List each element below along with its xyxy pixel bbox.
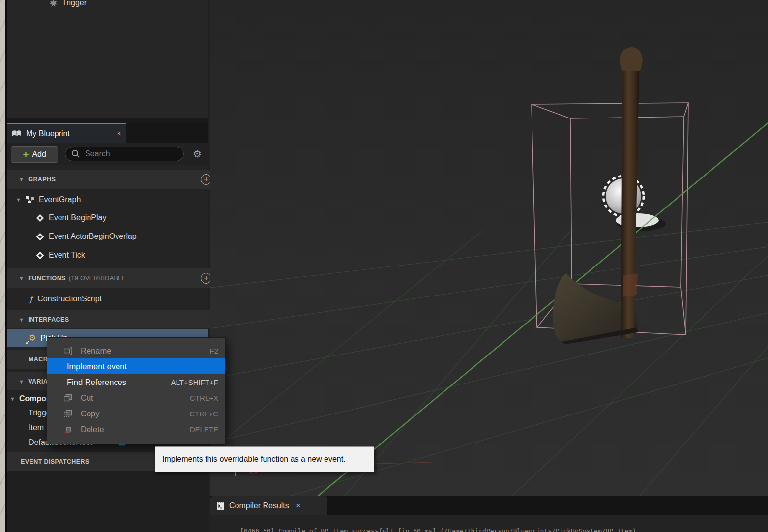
constructionscript-label: ConstructionScript xyxy=(37,295,102,303)
section-interfaces[interactable]: ▼ INTERFACES xyxy=(7,310,220,328)
chevron-down-icon: ▼ xyxy=(19,379,24,384)
components-tree-panel: Trigger xyxy=(7,0,208,118)
search-box[interactable] xyxy=(65,147,184,161)
my-blueprint-toolbar: + Add ⚙ xyxy=(7,143,208,165)
menu-item-label: Rename xyxy=(81,346,111,355)
event-label: Event Tick xyxy=(49,251,85,260)
menu-item-label: Delete xyxy=(81,425,104,434)
interface-gear-icon: ⚙ ↙ xyxy=(29,333,36,343)
cut-icon xyxy=(64,394,81,402)
add-button[interactable]: + Add xyxy=(11,146,58,163)
menu-item-delete[interactable]: Delete DELETE xyxy=(47,421,225,437)
event-graph-icon xyxy=(25,196,35,204)
tree-item-event-actorbeginoverlap[interactable]: Event ActorBeginOverlap xyxy=(36,229,137,244)
book-icon xyxy=(12,130,22,137)
add-button-label: Add xyxy=(32,150,46,159)
compiler-results-tabstrip: Compiler Results × xyxy=(210,496,768,515)
section-event-dispatchers-label: EVENT DISPATCHERS xyxy=(21,458,89,465)
chevron-down-icon: ▼ xyxy=(19,317,24,323)
event-label: Event BeginPlay xyxy=(49,213,106,222)
menu-item-shortcut: ALT+SHIFT+F xyxy=(171,378,218,386)
function-icon: ƒ xyxy=(30,294,32,304)
chevron-down-icon: ▼ xyxy=(16,197,21,203)
section-functions-label: FUNCTIONS xyxy=(28,275,66,282)
add-graph-button[interactable]: + xyxy=(201,174,211,185)
section-graphs[interactable]: ▼ GRAPHS + xyxy=(7,170,220,189)
chevron-down-icon: ▼ xyxy=(10,396,15,402)
panel-empty-area xyxy=(7,471,208,532)
eventgraph-label: EventGraph xyxy=(39,195,81,204)
tab-title: Compiler Results xyxy=(229,502,289,510)
menu-item-label: Cut xyxy=(81,393,93,403)
viewport-3d[interactable] xyxy=(210,0,768,497)
tab-close-icon[interactable]: × xyxy=(296,501,301,511)
section-interfaces-label: INTERFACES xyxy=(28,316,69,323)
component-item-trigger[interactable]: Trigger xyxy=(49,0,87,9)
menu-item-shortcut: CTRL+C xyxy=(189,410,218,418)
event-node-icon xyxy=(36,214,44,222)
compiler-results-icon xyxy=(216,501,225,511)
copy-icon xyxy=(64,410,81,417)
menu-item-copy[interactable]: Copy CTRL+C xyxy=(47,406,225,421)
event-node-icon xyxy=(36,233,44,240)
tooltip: Implements this overridable function as … xyxy=(155,446,374,472)
event-label: Event ActorBeginOverlap xyxy=(49,232,137,241)
trigger-burst-icon xyxy=(49,0,58,7)
tooltip-text: Implements this overridable function as … xyxy=(162,455,346,464)
section-graphs-label: GRAPHS xyxy=(28,176,56,183)
viewport-scene xyxy=(210,0,768,497)
chevron-down-icon: ▼ xyxy=(19,177,24,182)
functions-overridable-count: (19 OVERRIDABLE xyxy=(69,275,126,282)
menu-item-shortcut: F2 xyxy=(209,347,218,355)
menu-item-rename[interactable]: Rename F2 xyxy=(47,343,225,358)
tree-item-event-beginplay[interactable]: Event BeginPlay xyxy=(36,210,106,226)
tree-item-eventgraph[interactable]: ▼ EventGraph xyxy=(16,191,81,208)
unreal-blueprint-editor: Trigger My Blueprint × + Add ⚙ xyxy=(0,0,768,532)
panel-divider xyxy=(7,118,208,123)
context-menu: Rename F2 Implement event Find Reference… xyxy=(47,337,226,444)
tab-strip: My Blueprint × xyxy=(7,123,208,143)
settings-gear-icon[interactable]: ⚙ xyxy=(193,147,202,161)
chevron-down-icon: ▼ xyxy=(19,275,24,281)
menu-item-cut[interactable]: Cut CTRL+X xyxy=(47,390,225,406)
menu-item-label: Implement event xyxy=(67,362,127,371)
variable-label: Item xyxy=(29,423,44,432)
interface-arrow-icon: ↙ xyxy=(25,339,30,345)
menu-item-label: Copy xyxy=(81,409,100,418)
tab-compiler-results[interactable]: Compiler Results × xyxy=(210,496,327,515)
tree-item-constructionscript[interactable]: ƒ ConstructionScript xyxy=(30,291,102,307)
search-icon xyxy=(71,149,80,158)
add-function-button[interactable]: + xyxy=(201,273,211,284)
section-functions[interactable]: ▼ FUNCTIONS (19 OVERRIDABLE + xyxy=(7,268,220,288)
rename-icon xyxy=(64,347,81,355)
search-input[interactable] xyxy=(84,149,170,159)
compiler-results-log: [0466.50] Compile of BP_Item successful!… xyxy=(210,515,768,532)
background-window-edge xyxy=(0,0,5,532)
component-item-label: Trigger xyxy=(62,0,87,7)
tab-title: My Blueprint xyxy=(26,129,70,138)
plus-icon: + xyxy=(23,149,29,160)
tree-item-event-tick[interactable]: Event Tick xyxy=(36,247,85,263)
delete-icon xyxy=(64,425,81,433)
tab-my-blueprint[interactable]: My Blueprint × xyxy=(7,123,126,143)
event-node-icon xyxy=(36,251,44,259)
tab-close-icon[interactable]: × xyxy=(117,129,121,139)
menu-item-find-references[interactable]: Find References ALT+SHIFT+F xyxy=(47,374,225,390)
menu-item-shortcut: DELETE xyxy=(190,425,218,434)
compiler-log-line: [0466.50] Compile of BP_Item successful!… xyxy=(240,527,636,532)
menu-item-shortcut: CTRL+X xyxy=(190,394,218,402)
menu-item-implement-event[interactable]: Implement event xyxy=(47,358,225,374)
menu-item-label: Find References xyxy=(67,378,126,387)
variable-item[interactable]: Item xyxy=(29,421,44,435)
axe-mesh xyxy=(553,47,643,344)
